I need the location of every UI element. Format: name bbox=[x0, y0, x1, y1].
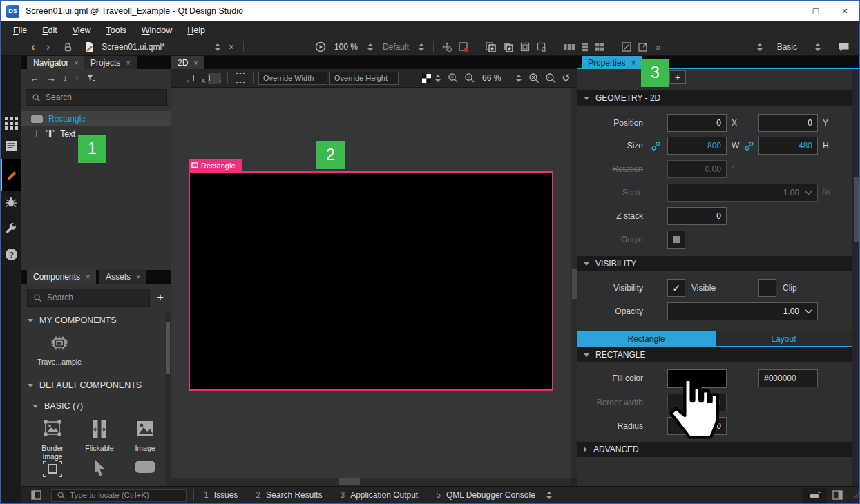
zoom-in-icon[interactable] bbox=[445, 70, 461, 86]
menu-edit[interactable]: Edit bbox=[35, 23, 64, 37]
height-link-icon[interactable] bbox=[744, 141, 755, 151]
component-item[interactable] bbox=[31, 458, 74, 480]
progress-details-button[interactable] bbox=[803, 488, 827, 503]
toggle-right-sidebar-icon[interactable] bbox=[832, 490, 843, 500]
opacity-field[interactable]: 1.00 bbox=[667, 302, 818, 320]
menu-file[interactable]: File bbox=[6, 23, 34, 37]
components-search-input[interactable] bbox=[47, 293, 144, 302]
components-scrollbar-thumb[interactable] bbox=[166, 322, 170, 374]
override-height-field[interactable] bbox=[329, 72, 399, 85]
tab-properties-close-icon[interactable]: × bbox=[631, 59, 636, 67]
component-item-custom[interactable]: Trave...ample bbox=[32, 333, 86, 366]
properties-scrollbar[interactable] bbox=[852, 69, 860, 486]
background-spinner[interactable] bbox=[435, 75, 441, 82]
override-width-field[interactable] bbox=[258, 72, 327, 85]
close-button[interactable]: × bbox=[830, 1, 859, 21]
zoom-fit-icon[interactable] bbox=[542, 70, 559, 86]
kit-selector[interactable]: Basic bbox=[777, 42, 797, 52]
locator-input[interactable] bbox=[70, 491, 181, 499]
properties-scrollbar-thumb[interactable] bbox=[854, 177, 859, 242]
filter-icon[interactable] bbox=[86, 74, 95, 82]
component-flickable[interactable]: Flickable bbox=[78, 419, 121, 452]
rectangle-section-header[interactable]: RECTANGLE bbox=[577, 347, 852, 362]
canvas-zoom-spinner[interactable] bbox=[516, 75, 522, 82]
back-button[interactable]: ‹ bbox=[28, 39, 38, 55]
origin-button[interactable] bbox=[667, 231, 685, 249]
component-mouse-area[interactable] bbox=[78, 458, 121, 480]
background-checker-icon[interactable] bbox=[422, 74, 431, 83]
move-anchor-icon[interactable] bbox=[439, 39, 455, 55]
locator-field[interactable] bbox=[51, 489, 187, 502]
scale-field[interactable]: 1.00 bbox=[667, 184, 818, 202]
position-x-field[interactable]: 0 bbox=[667, 114, 727, 132]
tools-mode-icon[interactable] bbox=[1, 222, 21, 234]
welcome-mode-icon[interactable] bbox=[1, 117, 21, 130]
component-border-image[interactable]: Border Image bbox=[31, 419, 74, 461]
maximize-button[interactable]: □ bbox=[801, 1, 830, 21]
basic-section-header[interactable]: BASIC (7) bbox=[32, 401, 83, 411]
rotation-field[interactable]: 0.00 bbox=[667, 160, 727, 178]
snap-items-icon[interactable]: ▪ bbox=[208, 73, 221, 84]
snap-anchors-icon[interactable]: A bbox=[192, 73, 205, 84]
export-icon[interactable] bbox=[635, 39, 651, 55]
default-components-header[interactable]: DEFAULT COMPONENTS bbox=[28, 380, 142, 390]
move-left-icon[interactable]: ← bbox=[30, 72, 39, 84]
pane-qml-debugger[interactable]: 5 QML Debugger Console bbox=[433, 490, 538, 500]
components-search[interactable] bbox=[27, 289, 150, 307]
toggle-left-sidebar-icon[interactable] bbox=[31, 490, 41, 500]
forward-button[interactable]: › bbox=[44, 39, 53, 55]
visibility-section-header[interactable]: VISIBILITY bbox=[577, 256, 852, 271]
document-spinner[interactable] bbox=[215, 43, 220, 51]
zstack-field[interactable]: 0 bbox=[667, 207, 727, 225]
debug-mode-icon[interactable] bbox=[1, 196, 21, 209]
tab-projects[interactable]: Projects × bbox=[84, 56, 137, 69]
canvas-hscrollbar-thumb[interactable] bbox=[339, 478, 360, 485]
override-height-input[interactable] bbox=[334, 74, 394, 82]
style-spinner[interactable] bbox=[419, 43, 424, 51]
feedback-comment-icon[interactable] bbox=[835, 39, 852, 55]
my-components-header[interactable]: MY COMPONENTS bbox=[28, 316, 117, 325]
edit-annotation-icon[interactable] bbox=[618, 39, 635, 55]
position-y-field[interactable]: 0 bbox=[758, 114, 818, 132]
menu-help[interactable]: Help bbox=[180, 23, 212, 37]
width-link-icon[interactable] bbox=[651, 141, 662, 151]
edit-mode-icon[interactable] bbox=[1, 140, 21, 151]
canvas-vscrollbar[interactable] bbox=[571, 88, 577, 478]
pane-search-results[interactable]: 2 Search Results bbox=[253, 490, 325, 500]
bounding-rect-icon[interactable] bbox=[517, 39, 533, 55]
menu-window[interactable]: Window bbox=[135, 23, 179, 37]
add-property-button[interactable]: + bbox=[669, 70, 686, 84]
subtab-rectangle[interactable]: Rectangle bbox=[577, 331, 715, 347]
menu-view[interactable]: View bbox=[66, 23, 98, 37]
resize-grip[interactable] bbox=[851, 491, 859, 499]
zoom-selection-icon[interactable] bbox=[526, 70, 542, 86]
tab-projects-close-icon[interactable]: × bbox=[126, 59, 130, 67]
preview-zoom-spinner[interactable] bbox=[367, 43, 373, 51]
selection-label[interactable]: Rectangle bbox=[189, 159, 242, 171]
toolbar-overflow-button[interactable]: » bbox=[656, 41, 661, 52]
selected-rectangle-item[interactable] bbox=[189, 171, 553, 391]
tab-2d-close-icon[interactable]: × bbox=[193, 59, 198, 67]
navigator-search[interactable] bbox=[26, 89, 167, 106]
move-down-icon[interactable]: ↓ bbox=[63, 72, 68, 84]
tab-navigator[interactable]: Navigator × bbox=[27, 56, 85, 69]
move-right-icon[interactable]: → bbox=[46, 72, 56, 84]
pane-application-output[interactable]: 3 Application Output bbox=[337, 490, 421, 500]
menu-tools[interactable]: Tools bbox=[99, 23, 133, 37]
run-preview-icon[interactable] bbox=[312, 39, 329, 55]
add-component-button[interactable]: + bbox=[153, 289, 168, 307]
reset-zoom-icon[interactable]: ↺ bbox=[559, 70, 573, 86]
design-canvas[interactable]: Rectangle 2 bbox=[171, 88, 571, 478]
canvas-vscrollbar-thumb[interactable] bbox=[572, 269, 577, 299]
minimize-button[interactable]: – bbox=[772, 1, 801, 21]
tab-components[interactable]: Components × bbox=[27, 270, 96, 284]
components-scrollbar[interactable] bbox=[165, 313, 171, 486]
pane-issues[interactable]: 1 Issues bbox=[201, 490, 240, 500]
document-edit-icon[interactable] bbox=[82, 39, 97, 55]
kit-spinner-left[interactable] bbox=[757, 43, 763, 51]
show-bounds-icon[interactable] bbox=[236, 73, 245, 83]
fill-color-hex-field[interactable]: #000000 bbox=[758, 369, 818, 387]
close-document-button[interactable]: × bbox=[224, 41, 238, 52]
style-selector[interactable]: Default bbox=[383, 42, 409, 52]
move-up-icon[interactable]: ↑ bbox=[75, 72, 79, 84]
